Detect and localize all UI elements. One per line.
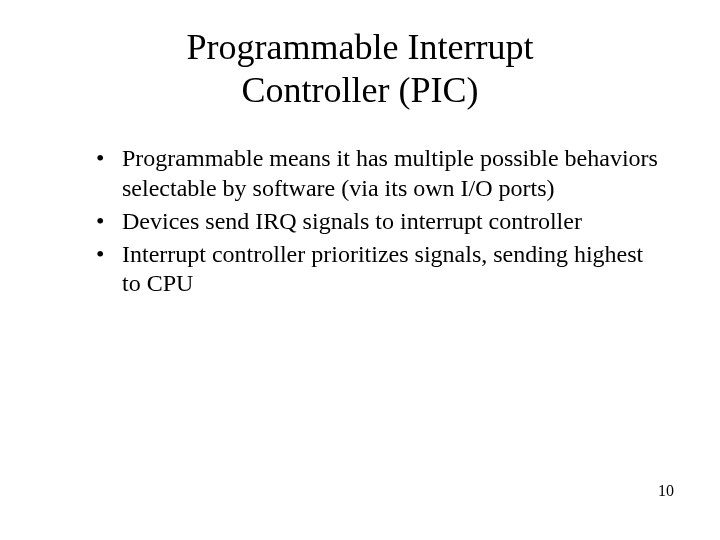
list-item: • Programmable means it has multiple pos… xyxy=(96,144,660,203)
page-number: 10 xyxy=(658,482,674,500)
slide: Programmable Interrupt Controller (PIC) … xyxy=(0,0,720,540)
bullet-list: • Programmable means it has multiple pos… xyxy=(96,144,660,298)
title-line-1: Programmable Interrupt xyxy=(0,26,720,69)
bullet-text: Interrupt controller prioritizes signals… xyxy=(122,240,660,299)
bullet-icon: • xyxy=(96,207,122,236)
bullet-icon: • xyxy=(96,240,122,299)
list-item: • Interrupt controller prioritizes signa… xyxy=(96,240,660,299)
bullet-text: Programmable means it has multiple possi… xyxy=(122,144,660,203)
title-line-2: Controller (PIC) xyxy=(0,69,720,112)
bullet-text: Devices send IRQ signals to interrupt co… xyxy=(122,207,660,236)
list-item: • Devices send IRQ signals to interrupt … xyxy=(96,207,660,236)
bullet-icon: • xyxy=(96,144,122,203)
slide-title: Programmable Interrupt Controller (PIC) xyxy=(0,0,720,112)
